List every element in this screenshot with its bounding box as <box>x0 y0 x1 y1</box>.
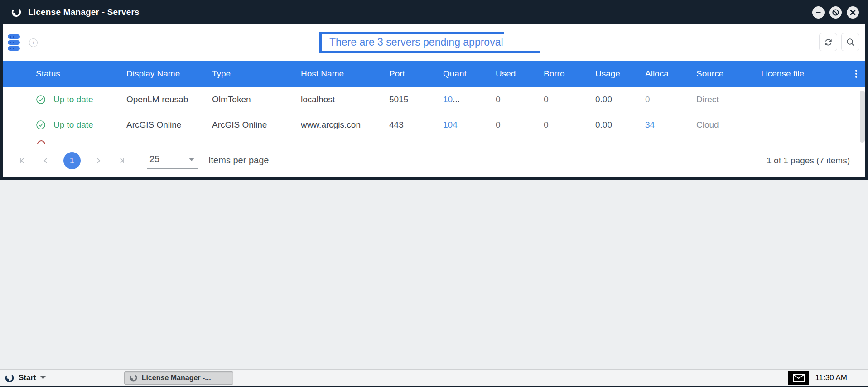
minimize-button[interactable] <box>812 6 825 19</box>
quantity-link[interactable]: 10 <box>443 95 453 104</box>
next-page-button[interactable] <box>92 155 104 167</box>
table-row-clipped[interactable] <box>3 138 865 144</box>
usage-cell: 0.00 <box>595 120 645 130</box>
first-page-button[interactable] <box>16 155 28 167</box>
title-bar: License Manager - Servers <box>3 0 865 24</box>
column-header-usage[interactable]: Usage <box>595 69 645 79</box>
column-header-type[interactable]: Type <box>212 69 301 79</box>
display-name-cell: ArcGIS Online <box>126 120 212 130</box>
page-size-value: 25 <box>149 154 159 164</box>
table-row[interactable]: Up to date ArcGIS Online ArcGIS Online w… <box>3 112 865 138</box>
column-header-allocated[interactable]: Alloca <box>645 69 696 79</box>
pending-approval-banner[interactable]: There are 3 servers pending approval <box>319 32 540 53</box>
servers-stack-icon[interactable] <box>8 34 20 51</box>
error-circle-icon <box>37 140 45 144</box>
maximize-icon <box>832 9 839 16</box>
display-name-cell: OpenLM reusab <box>126 95 212 105</box>
page-size-dropdown[interactable]: 25 <box>147 152 198 169</box>
status-text: Up to date <box>53 120 93 130</box>
taskbar-item-icon <box>129 373 138 382</box>
check-circle-icon <box>36 95 46 105</box>
close-button[interactable] <box>847 6 859 19</box>
used-cell: 0 <box>496 95 544 105</box>
start-label: Start <box>19 373 36 382</box>
source-cell: Direct <box>696 95 761 105</box>
search-icon <box>846 38 855 47</box>
column-header-display-name[interactable]: Display Name <box>126 69 212 79</box>
status-text: Up to date <box>53 95 93 105</box>
toolbar: i There are 3 servers pending approval <box>3 24 865 61</box>
prev-page-button[interactable] <box>40 155 52 167</box>
taskbar-item-license-manager[interactable]: License Manager -... <box>124 371 233 385</box>
start-logo-icon <box>5 373 14 383</box>
column-header-used[interactable]: Used <box>496 69 544 79</box>
start-button[interactable]: Start <box>0 370 51 386</box>
usage-cell: 0.00 <box>595 95 645 105</box>
refresh-button[interactable] <box>819 33 837 51</box>
banner-text: There are 3 servers pending approval <box>329 32 503 52</box>
taskbar-clock: 11:30 AM <box>815 373 847 382</box>
pagination-summary: 1 of 1 pages (7 items) <box>767 156 850 166</box>
table-header-row: Status Display Name Type Host Name Port … <box>3 61 865 87</box>
check-circle-icon <box>36 120 46 130</box>
used-cell: 0 <box>496 120 544 130</box>
prev-page-icon <box>42 157 50 165</box>
quantity-ellipsis: ... <box>453 95 460 104</box>
column-header-status[interactable]: Status <box>3 69 126 79</box>
column-header-quantity[interactable]: Quant <box>443 69 496 79</box>
last-page-icon <box>118 157 126 165</box>
maximize-button[interactable] <box>829 6 842 19</box>
column-header-source[interactable]: Source <box>696 69 761 79</box>
close-icon <box>850 10 856 15</box>
taskbar-item-label: License Manager -... <box>142 374 211 382</box>
type-cell: ArcGIS Online <box>212 120 301 130</box>
mail-tray-button[interactable] <box>788 371 809 385</box>
start-caret-icon <box>40 376 46 379</box>
column-header-license-file[interactable]: License file <box>761 69 843 79</box>
openlm-logo-icon <box>11 7 22 18</box>
taskbar-divider <box>58 372 58 384</box>
allocated-cell: 0 <box>645 95 696 105</box>
port-cell: 443 <box>389 120 443 130</box>
host-name-cell: localhost <box>301 95 389 105</box>
pagination-bar: 1 25 Items per page 1 of 1 pages (7 item… <box>3 144 865 177</box>
mail-icon <box>793 374 805 382</box>
items-per-page-label: Items per page <box>208 155 269 166</box>
banner-left-border <box>319 32 322 53</box>
quantity-link[interactable]: 104 <box>443 120 458 129</box>
column-header-host-name[interactable]: Host Name <box>301 69 389 79</box>
borrowed-cell: 0 <box>544 120 595 130</box>
app-window: License Manager - Servers i <box>0 0 868 180</box>
type-cell: OlmToken <box>212 95 301 105</box>
host-name-cell: www.arcgis.con <box>301 120 389 130</box>
column-header-borrowed[interactable]: Borro <box>544 69 595 79</box>
table-row[interactable]: Up to date OpenLM reusab OlmToken localh… <box>3 87 865 112</box>
port-cell: 5015 <box>389 95 443 105</box>
window-controls <box>812 6 860 19</box>
info-icon[interactable]: i <box>29 38 38 47</box>
system-tray: 11:30 AM <box>788 371 868 385</box>
kebab-menu-icon[interactable] <box>855 70 857 78</box>
current-page-button[interactable]: 1 <box>63 152 81 169</box>
last-page-button[interactable] <box>116 155 128 167</box>
column-header-port[interactable]: Port <box>389 69 443 79</box>
allocated-link[interactable]: 34 <box>645 120 655 129</box>
minimize-icon <box>815 9 822 16</box>
window-content: License Manager - Servers i <box>3 0 865 177</box>
taskbar: Start License Manager -... 11:30 AM <box>0 369 868 386</box>
source-cell: Cloud <box>696 120 761 130</box>
borrowed-cell: 0 <box>544 95 595 105</box>
first-page-icon <box>18 157 26 165</box>
refresh-icon <box>824 38 833 47</box>
search-button[interactable] <box>841 33 859 51</box>
next-page-icon <box>94 157 102 165</box>
vertical-scrollbar[interactable] <box>860 91 865 143</box>
window-title: License Manager - Servers <box>28 7 140 17</box>
dropdown-caret-icon <box>188 158 195 161</box>
